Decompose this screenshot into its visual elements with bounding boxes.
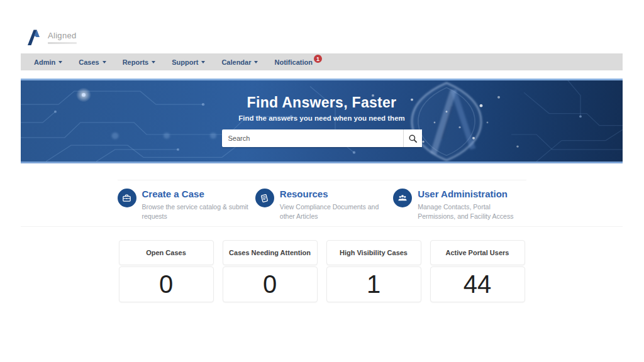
chevron-down-icon: [254, 61, 258, 63]
stat-label: Active Portal Users: [430, 240, 525, 265]
stat-label: Open Cases: [119, 240, 214, 265]
main-nav: Admin Cases Reports Support Calendar Not…: [21, 53, 623, 70]
stat-label: Cases Needing Attention: [223, 240, 318, 265]
nav-item-admin[interactable]: Admin: [26, 53, 70, 70]
stat-label: High Visibility Cases: [326, 240, 421, 265]
search-button[interactable]: [403, 129, 422, 147]
feature-text: Create a Case Browse the service catalog…: [142, 189, 250, 221]
stat-card-active-portal-users[interactable]: Active Portal Users 44: [430, 240, 525, 302]
stat-value: 1: [326, 266, 421, 302]
chevron-down-icon: [152, 61, 155, 63]
stat-value: 0: [119, 266, 214, 302]
brand-logo[interactable]: Aligned: [27, 29, 109, 46]
stat-value: 0: [223, 266, 318, 302]
stats-row: Open Cases 0 Cases Needing Attention 0 H…: [21, 240, 623, 302]
search-icon: [408, 134, 418, 143]
feature-description: Browse the service catalog & submit requ…: [142, 202, 250, 221]
brand-name: Aligned: [48, 31, 77, 40]
feature-text: Resources View Compliance Documents and …: [280, 189, 388, 221]
hero-banner: Find Answers, Faster Find the answers yo…: [21, 79, 623, 163]
chevron-down-icon: [58, 61, 62, 63]
stat-card-cases-needing-attention[interactable]: Cases Needing Attention 0: [223, 240, 318, 302]
nav-item-label: Notification: [274, 58, 313, 66]
feature-icon-circle: [393, 189, 412, 207]
brand-logo-icon: [27, 29, 43, 46]
feature-resources[interactable]: Resources View Compliance Documents and …: [255, 189, 388, 221]
feature-icon-circle: [255, 189, 274, 207]
portal-page: Aligned Admin Cases Reports Support Cale…: [21, 0, 623, 302]
notification-badge: 1: [314, 55, 322, 63]
feature-title: User Administration: [418, 189, 526, 200]
stat-card-open-cases[interactable]: Open Cases 0: [119, 240, 214, 302]
quick-links-row: Create a Case Browse the service catalog…: [118, 180, 526, 221]
chevron-down-icon: [201, 61, 205, 63]
feature-user-administration[interactable]: User Administration Manage Contacts, Por…: [393, 189, 526, 221]
nav-item-cases[interactable]: Cases: [70, 53, 114, 70]
nav-item-label: Support: [172, 58, 198, 66]
nav-item-label: Admin: [34, 58, 55, 66]
hero-subtitle: Find the answers you need when you need …: [21, 114, 623, 122]
hero-content: Find Answers, Faster Find the answers yo…: [21, 94, 623, 147]
feature-icon-circle: [118, 189, 136, 207]
book-icon: [259, 193, 270, 204]
nav-item-label: Calendar: [221, 58, 251, 66]
nav-item-calendar[interactable]: Calendar: [213, 53, 266, 70]
nav-item-label: Reports: [123, 58, 149, 66]
feature-title: Create a Case: [142, 189, 250, 200]
feature-description: Manage Contacts, Portal Permissions, and…: [418, 202, 526, 221]
search-bar: [222, 129, 422, 147]
stat-value: 44: [430, 266, 525, 302]
hero-title: Find Answers, Faster: [21, 94, 623, 111]
nav-item-label: Cases: [79, 58, 99, 66]
chevron-down-icon: [103, 61, 106, 63]
page-header: Aligned: [21, 0, 623, 53]
nav-item-reports[interactable]: Reports: [114, 53, 164, 70]
users-icon: [397, 192, 408, 204]
stat-card-high-visibility-cases[interactable]: High Visibility Cases 1: [326, 240, 421, 302]
feature-create-a-case[interactable]: Create a Case Browse the service catalog…: [118, 189, 250, 221]
feature-text: User Administration Manage Contacts, Por…: [418, 189, 526, 221]
feature-description: View Compliance Documents and other Arti…: [280, 202, 388, 221]
nav-item-notification[interactable]: Notification 1: [266, 53, 330, 70]
section-divider: [21, 226, 623, 227]
brand-tagline: [48, 42, 77, 44]
brand-text: Aligned: [48, 29, 77, 44]
briefcase-icon: [121, 193, 132, 204]
nav-item-support[interactable]: Support: [164, 53, 213, 70]
feature-title: Resources: [280, 189, 388, 200]
search-input[interactable]: [222, 129, 403, 147]
